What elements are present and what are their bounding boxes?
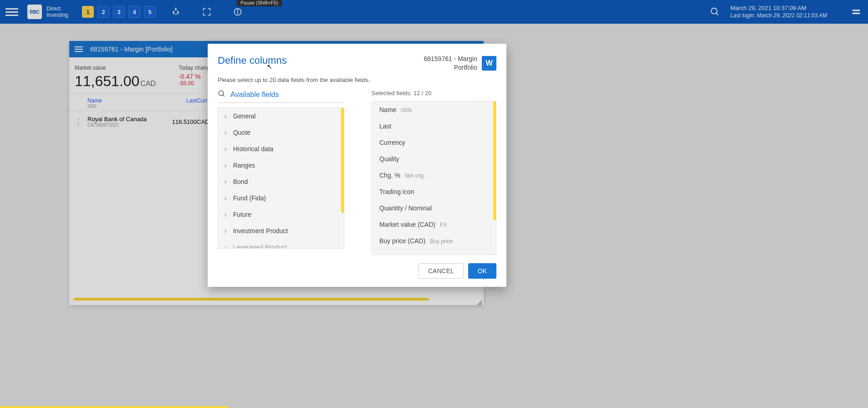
category-future[interactable]: ›Future	[218, 206, 344, 223]
dialog-title: Define columns	[218, 55, 287, 66]
chevron-right-icon: ›	[225, 145, 227, 153]
vertical-scrollbar[interactable]	[341, 108, 344, 213]
category-ranges[interactable]: ›Ranges	[218, 157, 344, 173]
chevron-right-icon: ›	[225, 194, 227, 202]
svg-point-7	[219, 91, 224, 96]
search-input[interactable]	[230, 91, 344, 99]
search-icon	[218, 90, 226, 100]
chevron-right-icon: ›	[225, 129, 227, 136]
selected-count: Selected fields: 12 / 20	[372, 90, 496, 97]
chevron-right-icon: ›	[225, 162, 227, 169]
available-fields-list: ›General ›Quote ›Historical data ›Ranges…	[218, 107, 344, 249]
define-columns-dialog: Define columns 68159761 - Margin Portfol…	[208, 44, 506, 287]
category-historical[interactable]: ›Historical data	[218, 141, 344, 157]
selected-field-chg[interactable]: Chg. %Net chg.	[372, 167, 496, 184]
chevron-right-icon: ›	[225, 178, 227, 185]
vertical-scrollbar[interactable]	[493, 102, 496, 220]
category-investment-product[interactable]: ›Investment Product	[218, 223, 344, 239]
chevron-right-icon: ›	[225, 227, 227, 235]
selected-field-trading-icon[interactable]: Trading icon	[372, 184, 496, 200]
selected-field-currency[interactable]: Currency	[372, 134, 496, 151]
selected-field-last[interactable]: Last	[372, 118, 496, 134]
cancel-button[interactable]: CANCEL	[419, 263, 464, 279]
category-quote[interactable]: ›Quote	[218, 124, 344, 141]
ok-button[interactable]: OK	[468, 263, 496, 279]
bottom-accent-bar	[0, 406, 228, 408]
svg-line-8	[223, 95, 225, 97]
account-badge: W	[482, 56, 496, 71]
dialog-subtitle: Please select up to 20 data fields from …	[218, 76, 496, 83]
selected-field-market-value[interactable]: Market value (CAD)FX	[372, 216, 496, 233]
chevron-right-icon: ›	[225, 211, 227, 218]
selected-field-name[interactable]: NameISIN	[372, 102, 496, 118]
category-general[interactable]: ›General	[218, 108, 344, 124]
search-fields[interactable]	[218, 90, 344, 103]
selected-field-buy-price[interactable]: Buy price (CAD)Buy price	[372, 233, 496, 249]
category-leveraged-product[interactable]: ›Leveraged Product	[218, 239, 344, 249]
selected-field-quality[interactable]: Quality	[372, 151, 496, 167]
chevron-right-icon: ›	[225, 244, 227, 249]
selected-field-quantity[interactable]: Quantity / Nominal	[372, 200, 496, 216]
category-fund[interactable]: ›Fund (Fida)	[218, 190, 344, 206]
chevron-right-icon: ›	[225, 112, 227, 120]
category-bond[interactable]: ›Bond	[218, 173, 344, 190]
dialog-account: 68159761 - Margin Portfolio	[424, 55, 477, 72]
selected-fields-list: NameISIN Last Currency Quality Chg. %Net…	[372, 101, 496, 255]
